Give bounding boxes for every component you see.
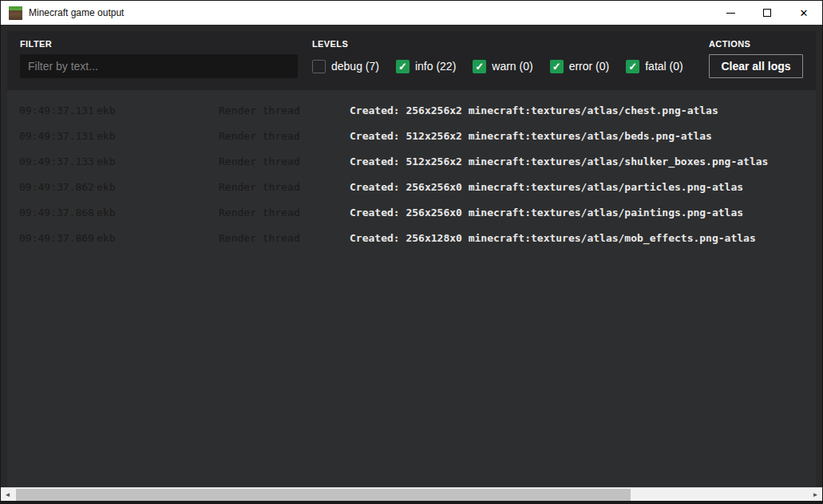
- scroll-right-button[interactable]: ►: [809, 488, 822, 501]
- scrollbar-thumb[interactable]: [16, 489, 631, 501]
- level-label: fatal (0): [645, 60, 683, 73]
- horizontal-scrollbar[interactable]: ◄ ►: [1, 487, 822, 501]
- log-thread: Render thread: [219, 104, 300, 116]
- log-timestamp: 09:49:37.869: [19, 232, 94, 244]
- actions-section: ACTIONS Clear all logs: [709, 39, 803, 90]
- minimize-button[interactable]: [712, 1, 749, 25]
- filter-input[interactable]: [20, 54, 298, 78]
- log-message: Created: 256x256x0 minecraft:textures/at…: [350, 181, 743, 193]
- log-logger: ekb: [97, 130, 115, 142]
- level-toggle-debug[interactable]: debug (7): [312, 60, 379, 73]
- log-row[interactable]: 09:49:37.868 ekb Render thread Created: …: [7, 199, 816, 225]
- close-icon: ✕: [800, 8, 809, 18]
- filter-section: FILTER: [20, 39, 298, 90]
- filter-label: FILTER: [20, 39, 298, 49]
- log-thread: Render thread: [219, 130, 300, 142]
- checkbox-fatal-checked-icon[interactable]: ✓: [626, 60, 639, 73]
- titlebar: Minecraft game output ✕: [1, 1, 822, 25]
- checkbox-debug-unchecked-icon[interactable]: [312, 60, 326, 73]
- log-thread: Render thread: [219, 232, 300, 244]
- log-message: Created: 512x256x2 minecraft:textures/at…: [350, 130, 712, 142]
- window-content: FILTER LEVELS debug (7) ✓ info (22) ✓ wa…: [1, 25, 822, 503]
- log-controls-panel: FILTER LEVELS debug (7) ✓ info (22) ✓ wa…: [7, 31, 816, 90]
- log-thread: Render thread: [219, 156, 300, 167]
- maximize-icon: [763, 9, 771, 17]
- log-message: Created: 512x256x2 minecraft:textures/at…: [350, 156, 768, 167]
- log-message: Created: 256x128x0 minecraft:textures/at…: [350, 232, 756, 244]
- minimize-icon: [726, 13, 735, 14]
- level-label: error (0): [569, 60, 610, 73]
- checkbox-warn-checked-icon[interactable]: ✓: [473, 60, 486, 73]
- level-label: debug (7): [331, 60, 379, 73]
- levels-section: LEVELS debug (7) ✓ info (22) ✓ warn (0) …: [312, 39, 709, 90]
- window-bottom-edge: [1, 501, 822, 503]
- log-row[interactable]: 09:49:37.131 ekb Render thread Created: …: [7, 123, 816, 148]
- log-list: 09:49:37.131 ekb Render thread Created: …: [7, 90, 816, 487]
- log-timestamp: 09:49:37.862: [19, 181, 94, 193]
- log-logger: ekb: [97, 181, 115, 193]
- minecraft-grass-block-icon: [9, 6, 22, 20]
- log-row[interactable]: 09:49:37.131 ekb Render thread Created: …: [7, 97, 816, 123]
- checkbox-error-checked-icon[interactable]: ✓: [550, 60, 564, 73]
- window-controls: ✕: [712, 1, 822, 25]
- log-message: Created: 256x256x0 minecraft:textures/at…: [350, 207, 743, 219]
- levels-label: LEVELS: [312, 39, 709, 49]
- log-row[interactable]: 09:49:37.869 ekb Render thread Created: …: [7, 225, 816, 250]
- log-logger: ekb: [97, 207, 115, 219]
- log-logger: ekb: [97, 232, 115, 244]
- log-thread: Render thread: [219, 207, 300, 219]
- level-toggle-error[interactable]: ✓ error (0): [550, 60, 610, 73]
- checkbox-info-checked-icon[interactable]: ✓: [396, 60, 410, 73]
- log-message: Created: 256x256x2 minecraft:textures/at…: [350, 104, 718, 116]
- log-timestamp: 09:49:37.133: [19, 156, 94, 167]
- scroll-left-button[interactable]: ◄: [1, 488, 14, 501]
- clear-all-logs-button[interactable]: Clear all logs: [709, 54, 803, 78]
- log-row[interactable]: 09:49:37.133 ekb Render thread Created: …: [7, 148, 816, 174]
- levels-row: debug (7) ✓ info (22) ✓ warn (0) ✓ error…: [312, 54, 709, 78]
- maximize-button[interactable]: [749, 1, 785, 25]
- close-button[interactable]: ✕: [785, 1, 822, 25]
- actions-label: ACTIONS: [709, 39, 750, 49]
- log-row[interactable]: 09:49:37.862 ekb Render thread Created: …: [7, 174, 816, 199]
- log-timestamp: 09:49:37.131: [19, 130, 94, 142]
- minecraft-log-window: Minecraft game output ✕ FILTER LEVELS de…: [0, 0, 823, 504]
- level-label: info (22): [415, 60, 456, 73]
- log-logger: ekb: [97, 156, 115, 167]
- log-logger: ekb: [97, 104, 115, 116]
- log-timestamp: 09:49:37.868: [19, 207, 94, 219]
- level-toggle-fatal[interactable]: ✓ fatal (0): [626, 60, 683, 73]
- window-title: Minecraft game output: [29, 7, 124, 18]
- level-label: warn (0): [492, 60, 532, 73]
- log-timestamp: 09:49:37.131: [19, 104, 94, 116]
- log-thread: Render thread: [219, 181, 300, 193]
- level-toggle-info[interactable]: ✓ info (22): [396, 60, 456, 73]
- level-toggle-warn[interactable]: ✓ warn (0): [473, 60, 532, 73]
